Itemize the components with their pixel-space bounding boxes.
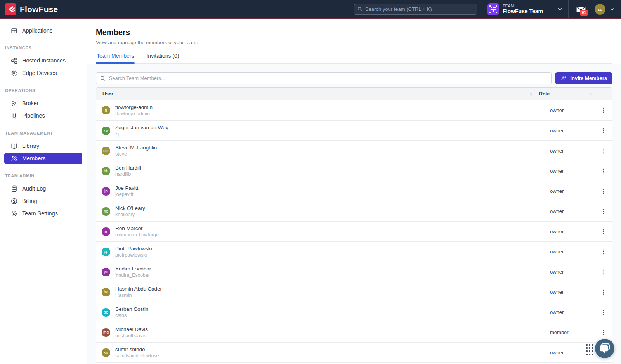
kebab-icon: [600, 329, 607, 336]
avatar: zw: [102, 127, 110, 135]
sidebar-item-edge-devices[interactable]: Edge Devices: [0, 67, 87, 79]
pipelines-icon: [10, 112, 18, 120]
chat-drag-handle[interactable]: [586, 344, 593, 355]
avatar: pp: [102, 248, 110, 256]
avatar: rm: [102, 227, 110, 236]
row-kebab-menu[interactable]: [599, 308, 608, 317]
sort-icon[interactable]: ↑↓: [529, 92, 532, 96]
sidebar-item-applications[interactable]: Applications: [0, 25, 87, 36]
row-kebab-menu[interactable]: [599, 166, 608, 176]
kebab-icon: [600, 228, 607, 235]
team-settings-icon: [10, 210, 18, 217]
member-name: sumit-shinde: [115, 347, 159, 352]
sidebar-item-members[interactable]: Members: [4, 153, 82, 164]
sort-icon[interactable]: ↑↓: [589, 92, 592, 96]
tab-invitations[interactable]: Invitations (0): [146, 53, 180, 63]
invite-members-button[interactable]: Invite Members: [555, 72, 612, 84]
chat-launcher-button[interactable]: [595, 339, 614, 358]
member-name: Rob Marcer: [115, 225, 159, 231]
row-kebab-menu[interactable]: [599, 267, 608, 277]
search-icon: [357, 6, 363, 12]
row-kebab-menu[interactable]: [599, 247, 608, 257]
kebab-icon: [600, 107, 607, 114]
flowfuse-logo[interactable]: FlowFuse: [5, 3, 58, 15]
member-name: Michael Davis: [115, 326, 148, 332]
sidebar-item-hosted-instances[interactable]: Hosted Instances: [0, 55, 87, 66]
member-role: member: [533, 329, 595, 335]
member-username: joepavitt: [115, 192, 138, 197]
table-row: jp Joe Pavitt joepavitt owner: [96, 181, 612, 201]
row-kebab-menu[interactable]: [599, 106, 608, 115]
sidebar-nav: Applications INSTANCES Hosted Instances …: [0, 19, 87, 364]
user-menu[interactable]: su: [595, 4, 616, 15]
member-name: Steve McLaughlin: [115, 145, 157, 151]
avatar: fl: [102, 106, 110, 114]
row-kebab-menu[interactable]: [599, 126, 608, 135]
table-body: fl flowforge-admin flowforge-admin owner…: [96, 100, 612, 362]
table-row: md Michael Davis michaelbdavis member: [96, 322, 612, 342]
member-name: Piotr Pawlowski: [115, 246, 152, 251]
table-row: rm Rob Marcer robmarcer-flowforge owner: [96, 221, 612, 241]
notifications-button[interactable]: 91: [576, 4, 586, 14]
tab-bar: Team Members Invitations (0): [96, 53, 612, 64]
kebab-icon: [600, 269, 607, 276]
sidebar-item-label: Hosted Instances: [22, 57, 66, 64]
global-search[interactable]: [354, 4, 477, 15]
sidebar-item-label: Edge Devices: [22, 70, 57, 76]
member-role: owner: [533, 188, 595, 194]
sidebar-item-pipelines[interactable]: Pipelines: [0, 110, 87, 121]
member-username: knolleary: [115, 212, 145, 217]
row-kebab-menu[interactable]: [599, 328, 608, 337]
sidebar-section-title: TEAM MANAGEMENT: [0, 122, 87, 139]
sidebar-item-label: Billing: [22, 198, 37, 204]
member-username: zj: [115, 131, 168, 137]
sidebar-section-title: TEAM ADMIN: [0, 165, 87, 182]
audit-log-icon: [10, 185, 18, 192]
sidebar-item-label: Applications: [22, 28, 52, 34]
member-search[interactable]: [96, 72, 552, 84]
sidebar-item-label: Broker: [22, 100, 39, 106]
member-name: flowforge-admin: [115, 104, 153, 110]
row-kebab-menu[interactable]: [599, 207, 608, 216]
avatar: bh: [102, 167, 110, 175]
row-kebab-menu[interactable]: [599, 227, 608, 236]
tab-team-members[interactable]: Team Members: [96, 53, 135, 63]
team-selector[interactable]: TEAM: FlowFuse Team: [487, 3, 563, 15]
table-row: ye Yndira Escobar Yndira_Escobar owner: [96, 262, 612, 282]
member-name: Ben Hardill: [115, 165, 141, 171]
kebab-icon: [600, 208, 607, 215]
team-chevron-down-icon[interactable]: [557, 6, 563, 12]
member-role: owner: [533, 350, 595, 355]
team-avatar-icon: [487, 3, 499, 15]
table-row: pp Piotr Pawlowski piotrpawlowski owner: [96, 241, 612, 262]
row-kebab-menu[interactable]: [599, 288, 608, 297]
billing-icon: [10, 198, 18, 205]
global-search-input[interactable]: [365, 6, 474, 12]
table-row: su sumit-shinde sumitshindeflowfuse owne…: [96, 342, 612, 362]
member-role: owner: [533, 208, 595, 214]
sidebar-item-team-settings[interactable]: Team Settings: [0, 208, 87, 219]
sidebar-item-billing[interactable]: Billing: [0, 195, 87, 207]
sidebar-item-label: Members: [22, 155, 45, 161]
member-role: owner: [533, 249, 595, 255]
avatar: sc: [102, 308, 110, 317]
members-table: User ↑↓ Role ↑↓ fl flowforge-admin flowf…: [96, 87, 612, 364]
member-username: steve: [115, 151, 157, 157]
member-username: robmarcer-flowforge: [115, 232, 159, 237]
sidebar-item-library[interactable]: Library: [0, 140, 87, 152]
partial-next-row: [96, 362, 612, 364]
member-username: michaelbdavis: [115, 333, 148, 338]
broker-icon: [10, 100, 18, 107]
library-icon: [10, 142, 18, 150]
avatar: ye: [102, 268, 110, 276]
row-kebab-menu[interactable]: [599, 187, 608, 196]
row-kebab-menu[interactable]: [599, 146, 608, 156]
navbar-divider-2: [568, 0, 569, 18]
member-username: hardillb: [115, 172, 141, 177]
sidebar-item-audit-log[interactable]: Audit Log: [0, 183, 87, 194]
member-search-input[interactable]: [109, 75, 548, 81]
sidebar-item-broker[interactable]: Broker: [0, 97, 87, 109]
table-row: ha Hasmin AbdulCader Hasmin owner: [96, 282, 612, 302]
top-navbar: FlowFuse TEAM: FlowFuse Team 91 su: [0, 0, 621, 18]
column-header-user: User: [102, 91, 113, 97]
